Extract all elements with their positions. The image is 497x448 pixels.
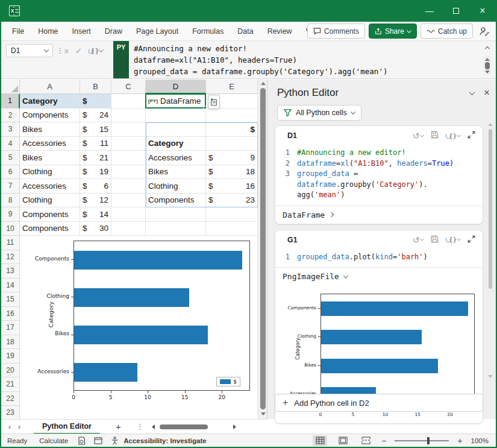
column-header-C[interactable]: C [111, 80, 146, 94]
name-box[interactable]: D1 [6, 44, 53, 57]
row-header-6[interactable]: 6 [1, 165, 20, 180]
grid-cell-A7[interactable]: Accessories [20, 179, 80, 194]
column-header-B[interactable]: B [80, 80, 111, 94]
grid-cell-B7[interactable]: $6 [80, 179, 111, 194]
history-icon[interactable] [94, 437, 102, 444]
grid-cell-C10[interactable] [111, 222, 146, 236]
output-toggle-icon[interactable] [329, 212, 334, 217]
grid-cell-A9[interactable]: Components [20, 207, 80, 222]
grid-cell-E2[interactable] [206, 109, 258, 123]
row-header-7[interactable]: 7 [1, 179, 20, 194]
grid-cell-C7[interactable] [111, 179, 146, 194]
grid-cell-A2[interactable]: Components [20, 109, 80, 123]
menu-item-insert[interactable]: Insert [66, 24, 97, 39]
normal-view-button[interactable] [313, 435, 327, 446]
grid-cell-C3[interactable] [111, 122, 146, 137]
row-header-18[interactable]: 18 [1, 335, 20, 350]
sheet-options-icon[interactable]: ⋮ [137, 423, 143, 431]
scrollbar-thumb[interactable] [160, 424, 208, 429]
minimize-button[interactable]: — [416, 0, 443, 22]
grid-cell-D8[interactable]: Components [146, 194, 206, 208]
accessibility-icon[interactable] [111, 437, 119, 445]
grid-cell-C9[interactable] [111, 207, 146, 222]
column-header-D[interactable]: D [146, 80, 206, 94]
output-row[interactable]: PngImageFile [275, 267, 483, 285]
menu-item-review[interactable]: Review [261, 24, 298, 39]
select-all-corner[interactable] [1, 80, 20, 94]
comments-button[interactable]: Comments [307, 24, 365, 39]
grid-cell-C2[interactable] [111, 109, 146, 123]
page-break-view-button[interactable] [358, 435, 373, 446]
row-header-17[interactable]: 17 [1, 321, 20, 335]
row-header-23[interactable]: 23 [1, 406, 20, 419]
python-function-icon[interactable]: { } [446, 133, 460, 139]
row-header-3[interactable]: 3 [1, 122, 20, 137]
people-edit-icon[interactable] [479, 27, 490, 36]
next-sheet-icon[interactable]: › [18, 423, 20, 431]
grid-cell-E8[interactable]: $23 [206, 194, 258, 208]
zoom-out-button[interactable]: − [381, 436, 386, 446]
panel-close-icon[interactable]: × [484, 90, 490, 96]
grid-cell-C8[interactable] [111, 194, 146, 208]
grid-cell-B1[interactable]: $ [80, 94, 111, 109]
scrollbar-thumb[interactable] [485, 62, 490, 69]
grid-cell-E4[interactable] [206, 137, 258, 151]
row-header-4[interactable]: 4 [1, 137, 20, 151]
row-header-15[interactable]: 15 [1, 292, 20, 307]
formula-bar-scrollbar[interactable] [484, 55, 491, 76]
document-check-icon[interactable] [78, 437, 86, 445]
grid-cell-B8[interactable]: $12 [80, 194, 111, 208]
confirm-entry-icon[interactable]: ✓ [75, 46, 83, 55]
panel-scrollbar[interactable] [487, 122, 493, 379]
accessibility-status[interactable]: Accessibility: Investigate [123, 437, 206, 444]
scrollbar-thumb[interactable] [489, 129, 492, 289]
row-header-13[interactable]: 13 [1, 264, 20, 279]
prev-sheet-icon[interactable]: ‹ [1, 423, 18, 431]
grid-cell-C4[interactable] [111, 137, 146, 151]
status-calculate[interactable]: Calculate [33, 437, 74, 444]
grid-cell-E3[interactable]: $ [206, 122, 258, 137]
menu-item-formulas[interactable]: Formulas [186, 24, 230, 39]
zoom-in-button[interactable]: + [457, 436, 462, 446]
code-editor[interactable]: 1#Announcing a new editor!2dataframe=xl(… [275, 145, 483, 206]
insert-python-function-icon[interactable]: { } [89, 47, 104, 54]
python-function-icon[interactable]: { } [446, 236, 460, 243]
output-toggle-icon[interactable] [343, 273, 348, 278]
grid-cell-B2[interactable]: $24 [80, 109, 111, 123]
column-header-E[interactable]: E [206, 80, 258, 94]
row-header-21[interactable]: 21 [1, 377, 20, 392]
grid-cell-B10[interactable]: $30 [80, 222, 111, 236]
formula-input[interactable]: #Announcing a new editor! dataframe=xl("… [134, 43, 478, 77]
column-header-A[interactable]: A [20, 80, 80, 94]
grid-cell-B5[interactable]: $21 [80, 151, 111, 165]
maximize-button[interactable] [443, 0, 469, 22]
grid-cell-D7[interactable]: Clothing [146, 179, 206, 194]
menu-item-draw[interactable]: Draw [99, 24, 128, 39]
menu-item-home[interactable]: Home [32, 24, 64, 39]
grid-cell-D4[interactable]: Category [146, 137, 206, 151]
row-header-14[interactable]: 14 [1, 279, 20, 293]
grid-cell-C1[interactable] [111, 94, 146, 109]
scroll-up-icon[interactable] [488, 123, 493, 126]
grid-cell-A5[interactable]: Bikes [20, 151, 80, 165]
save-icon[interactable] [431, 235, 439, 245]
grid-cell-D6[interactable]: Bikes [146, 165, 206, 180]
embedded-chart[interactable]: ComponentsClothingBikesAccessories051015… [20, 236, 257, 419]
undo-icon[interactable]: ↺ [413, 235, 424, 245]
row-header-5[interactable]: 5 [1, 151, 20, 165]
collapse-formula-bar-icon[interactable] [485, 46, 490, 51]
grid-cell-B3[interactable]: $15 [80, 122, 111, 137]
grid-cell-D3[interactable] [146, 122, 206, 137]
grid-cell-D9[interactable] [146, 207, 206, 222]
scroll-left-icon[interactable] [152, 424, 155, 429]
grid-cell-A6[interactable]: Clothing [20, 165, 80, 180]
scroll-up-icon[interactable] [485, 58, 490, 61]
grid-cell-A10[interactable]: Components [20, 222, 80, 236]
grid-cell-A4[interactable]: Accessories [20, 137, 80, 151]
grid-cell-E6[interactable]: $18 [206, 165, 258, 180]
insert-data-card-button[interactable] [208, 95, 220, 109]
add-python-cell-button[interactable]: + Add Python cell in D2 [275, 394, 483, 412]
expand-icon[interactable] [467, 130, 475, 141]
menu-item-data[interactable]: Data [231, 24, 259, 39]
row-header-19[interactable]: 19 [1, 349, 20, 364]
